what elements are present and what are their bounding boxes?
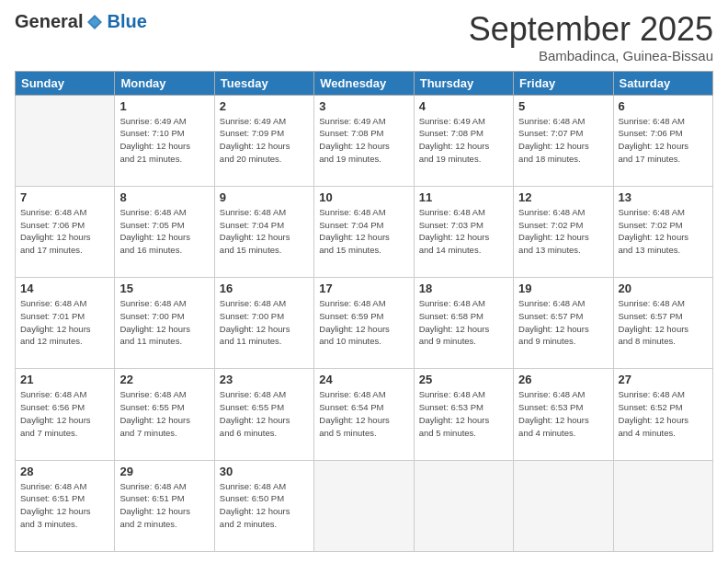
day-info: Sunrise: 6:48 AMSunset: 6:53 PMDaylight:… bbox=[419, 388, 508, 439]
day-number: 24 bbox=[319, 373, 408, 386]
day-info: Sunrise: 6:48 AMSunset: 6:50 PMDaylight:… bbox=[220, 480, 309, 531]
day-number: 11 bbox=[419, 190, 508, 204]
table-row: 26Sunrise: 6:48 AMSunset: 6:53 PMDayligh… bbox=[514, 369, 613, 460]
day-number: 26 bbox=[518, 373, 608, 386]
week-row-2: 7Sunrise: 6:48 AMSunset: 7:06 PMDaylight… bbox=[16, 186, 713, 277]
header-tuesday: Tuesday bbox=[214, 71, 313, 95]
day-info: Sunrise: 6:48 AMSunset: 7:03 PMDaylight:… bbox=[419, 206, 508, 257]
table-row: 17Sunrise: 6:48 AMSunset: 6:59 PMDayligh… bbox=[314, 278, 414, 369]
day-number: 7 bbox=[20, 190, 109, 204]
day-info: Sunrise: 6:48 AMSunset: 6:56 PMDaylight:… bbox=[20, 388, 109, 439]
day-number: 29 bbox=[119, 465, 209, 478]
header-monday: Monday bbox=[115, 71, 214, 95]
day-info: Sunrise: 6:48 AMSunset: 7:06 PMDaylight:… bbox=[20, 206, 109, 257]
table-row: 12Sunrise: 6:48 AMSunset: 7:02 PMDayligh… bbox=[514, 186, 613, 277]
day-info: Sunrise: 6:48 AMSunset: 6:52 PMDaylight:… bbox=[619, 388, 708, 439]
header-sunday: Sunday bbox=[16, 71, 115, 95]
day-info: Sunrise: 6:48 AMSunset: 7:04 PMDaylight:… bbox=[220, 206, 309, 257]
week-row-5: 28Sunrise: 6:48 AMSunset: 6:51 PMDayligh… bbox=[16, 460, 713, 551]
day-number: 25 bbox=[419, 373, 508, 386]
day-number: 12 bbox=[518, 190, 608, 204]
day-number: 18 bbox=[419, 282, 508, 295]
table-row: 2Sunrise: 6:49 AMSunset: 7:09 PMDaylight… bbox=[214, 95, 313, 186]
day-info: Sunrise: 6:48 AMSunset: 6:55 PMDaylight:… bbox=[119, 388, 209, 439]
day-number: 8 bbox=[119, 190, 209, 204]
day-info: Sunrise: 6:48 AMSunset: 6:57 PMDaylight:… bbox=[619, 297, 708, 348]
page: General Blue September 2025 Bambadinca, … bbox=[0, 0, 728, 563]
day-number: 4 bbox=[419, 99, 508, 113]
logo-text: General Blue bbox=[15, 11, 147, 32]
calendar: Sunday Monday Tuesday Wednesday Thursday… bbox=[15, 71, 713, 552]
day-info: Sunrise: 6:48 AMSunset: 7:02 PMDaylight:… bbox=[619, 206, 708, 257]
table-row: 14Sunrise: 6:48 AMSunset: 7:01 PMDayligh… bbox=[16, 278, 115, 369]
table-row: 3Sunrise: 6:49 AMSunset: 7:08 PMDaylight… bbox=[314, 95, 414, 186]
day-info: Sunrise: 6:48 AMSunset: 6:53 PMDaylight:… bbox=[518, 388, 608, 439]
table-row: 24Sunrise: 6:48 AMSunset: 6:54 PMDayligh… bbox=[314, 369, 414, 460]
location: Bambadinca, Guinea-Bissau bbox=[469, 48, 713, 63]
day-number: 22 bbox=[119, 373, 209, 386]
day-info: Sunrise: 6:48 AMSunset: 7:01 PMDaylight:… bbox=[20, 297, 109, 348]
day-info: Sunrise: 6:48 AMSunset: 6:51 PMDaylight:… bbox=[20, 480, 109, 531]
table-row: 29Sunrise: 6:48 AMSunset: 6:51 PMDayligh… bbox=[115, 460, 214, 551]
logo: General Blue bbox=[15, 11, 147, 32]
day-info: Sunrise: 6:48 AMSunset: 6:59 PMDaylight:… bbox=[319, 297, 408, 348]
day-number: 9 bbox=[220, 190, 309, 204]
day-number: 19 bbox=[518, 282, 608, 295]
table-row: 15Sunrise: 6:48 AMSunset: 7:00 PMDayligh… bbox=[115, 278, 214, 369]
table-row bbox=[613, 460, 712, 551]
day-number: 16 bbox=[220, 282, 309, 295]
day-number: 27 bbox=[619, 373, 708, 386]
logo-blue: Blue bbox=[107, 11, 146, 32]
weekday-header-row: Sunday Monday Tuesday Wednesday Thursday… bbox=[16, 71, 713, 95]
day-number: 17 bbox=[319, 282, 408, 295]
day-info: Sunrise: 6:48 AMSunset: 6:54 PMDaylight:… bbox=[319, 388, 408, 439]
table-row: 6Sunrise: 6:48 AMSunset: 7:06 PMDaylight… bbox=[613, 95, 712, 186]
day-number: 15 bbox=[119, 282, 209, 295]
week-row-1: 1Sunrise: 6:49 AMSunset: 7:10 PMDaylight… bbox=[16, 95, 713, 186]
day-number: 21 bbox=[20, 373, 109, 386]
table-row: 18Sunrise: 6:48 AMSunset: 6:58 PMDayligh… bbox=[414, 278, 513, 369]
table-row: 11Sunrise: 6:48 AMSunset: 7:03 PMDayligh… bbox=[414, 186, 513, 277]
table-row bbox=[16, 95, 115, 186]
day-number: 5 bbox=[518, 99, 608, 113]
table-row bbox=[314, 460, 414, 551]
header-wednesday: Wednesday bbox=[314, 71, 414, 95]
table-row bbox=[414, 460, 513, 551]
table-row: 30Sunrise: 6:48 AMSunset: 6:50 PMDayligh… bbox=[214, 460, 313, 551]
day-number: 2 bbox=[220, 99, 309, 113]
day-info: Sunrise: 6:49 AMSunset: 7:09 PMDaylight:… bbox=[220, 115, 309, 166]
day-info: Sunrise: 6:48 AMSunset: 6:57 PMDaylight:… bbox=[518, 297, 608, 348]
day-info: Sunrise: 6:49 AMSunset: 7:08 PMDaylight:… bbox=[419, 115, 508, 166]
day-info: Sunrise: 6:48 AMSunset: 7:00 PMDaylight:… bbox=[220, 297, 309, 348]
table-row: 22Sunrise: 6:48 AMSunset: 6:55 PMDayligh… bbox=[115, 369, 214, 460]
day-number: 23 bbox=[220, 373, 309, 386]
day-info: Sunrise: 6:48 AMSunset: 6:55 PMDaylight:… bbox=[220, 388, 309, 439]
day-number: 3 bbox=[319, 99, 408, 113]
table-row: 4Sunrise: 6:49 AMSunset: 7:08 PMDaylight… bbox=[414, 95, 513, 186]
day-info: Sunrise: 6:48 AMSunset: 7:06 PMDaylight:… bbox=[619, 115, 708, 166]
day-info: Sunrise: 6:48 AMSunset: 6:58 PMDaylight:… bbox=[419, 297, 508, 348]
calendar-header: Sunday Monday Tuesday Wednesday Thursday… bbox=[16, 71, 713, 95]
day-number: 28 bbox=[20, 465, 109, 478]
table-row: 27Sunrise: 6:48 AMSunset: 6:52 PMDayligh… bbox=[613, 369, 712, 460]
day-info: Sunrise: 6:49 AMSunset: 7:08 PMDaylight:… bbox=[319, 115, 408, 166]
day-number: 6 bbox=[619, 99, 708, 113]
table-row: 9Sunrise: 6:48 AMSunset: 7:04 PMDaylight… bbox=[214, 186, 313, 277]
day-number: 14 bbox=[20, 282, 109, 295]
table-row: 7Sunrise: 6:48 AMSunset: 7:06 PMDaylight… bbox=[16, 186, 115, 277]
table-row: 23Sunrise: 6:48 AMSunset: 6:55 PMDayligh… bbox=[214, 369, 313, 460]
day-info: Sunrise: 6:48 AMSunset: 7:00 PMDaylight:… bbox=[119, 297, 209, 348]
month-title: September 2025 bbox=[469, 11, 713, 48]
table-row: 13Sunrise: 6:48 AMSunset: 7:02 PMDayligh… bbox=[613, 186, 712, 277]
calendar-body: 1Sunrise: 6:49 AMSunset: 7:10 PMDaylight… bbox=[16, 95, 713, 551]
week-row-4: 21Sunrise: 6:48 AMSunset: 6:56 PMDayligh… bbox=[16, 369, 713, 460]
day-info: Sunrise: 6:48 AMSunset: 7:05 PMDaylight:… bbox=[119, 206, 209, 257]
day-number: 10 bbox=[319, 190, 408, 204]
day-info: Sunrise: 6:49 AMSunset: 7:10 PMDaylight:… bbox=[119, 115, 209, 166]
day-number: 1 bbox=[119, 99, 209, 113]
table-row: 1Sunrise: 6:49 AMSunset: 7:10 PMDaylight… bbox=[115, 95, 214, 186]
table-row: 20Sunrise: 6:48 AMSunset: 6:57 PMDayligh… bbox=[613, 278, 712, 369]
table-row: 25Sunrise: 6:48 AMSunset: 6:53 PMDayligh… bbox=[414, 369, 513, 460]
day-info: Sunrise: 6:48 AMSunset: 7:04 PMDaylight:… bbox=[319, 206, 408, 257]
header-friday: Friday bbox=[514, 71, 613, 95]
